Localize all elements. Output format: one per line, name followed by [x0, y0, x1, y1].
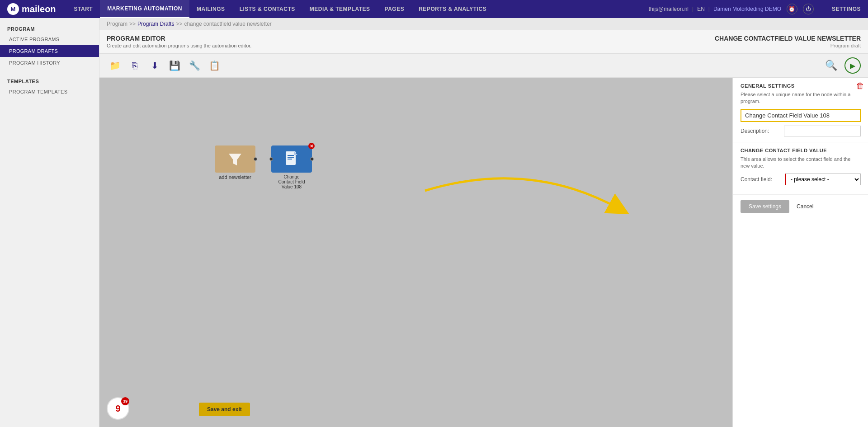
bottom-bar: Save and exit	[199, 403, 250, 416]
change-contact-title: CHANGE CONTACT FIELD VALUE	[741, 148, 861, 153]
chat-icon: 9	[115, 404, 120, 414]
yellow-arrow-annotation	[99, 78, 732, 258]
svg-rect-5	[288, 157, 294, 158]
save-button[interactable]: 💾	[166, 57, 183, 74]
node-change-label: ChangeContact FieldValue 108	[278, 174, 305, 189]
node-name-input[interactable]	[741, 109, 861, 122]
power-icon[interactable]: ⏻	[803, 4, 814, 14]
user-email: thijs@maileon.nl	[649, 6, 689, 12]
editor-title: PROGRAM EDITOR	[107, 35, 251, 42]
change-contact-desc: This area allows to select the contact f…	[741, 156, 861, 170]
description-label: Description:	[741, 128, 781, 134]
sidebar-item-program-drafts[interactable]: PROGRAM DRAFTS	[0, 45, 99, 57]
nav-start[interactable]: START	[67, 0, 100, 18]
contact-field-label: Contact field:	[741, 176, 781, 183]
wrench-button[interactable]: 🔧	[186, 57, 203, 74]
logo[interactable]: M maileon	[7, 3, 56, 15]
nav-right: thijs@maileon.nl | EN | Damen Motorkledi…	[649, 4, 861, 14]
nav-media-templates[interactable]: MEDIA & TEMPLATES	[302, 0, 377, 18]
svg-rect-6	[288, 159, 292, 160]
svg-marker-2	[229, 154, 241, 165]
node-newsletter-box[interactable]	[215, 145, 255, 173]
cancel-button[interactable]: Cancel	[793, 200, 817, 213]
account-link[interactable]: Damen Motorkleding DEMO	[713, 6, 781, 12]
node-right-dot	[254, 157, 257, 161]
settings-nav[interactable]: SETTINGS	[832, 6, 861, 12]
editor-header-left: PROGRAM EDITOR Create and edit automatio…	[107, 35, 251, 48]
contact-field-select[interactable]: - please select -	[785, 174, 861, 185]
node-newsletter-label: add newsletter	[219, 174, 251, 180]
download-button[interactable]: ⬇	[146, 57, 163, 74]
save-and-exit-button[interactable]: Save and exit	[199, 403, 250, 416]
node-change-box[interactable]: ✕	[271, 145, 312, 173]
connector-svg	[99, 78, 732, 427]
clock-icon[interactable]: ⏰	[787, 4, 797, 14]
breadcrumb: Program >> Program Drafts >> change cont…	[99, 18, 868, 30]
play-button[interactable]: ▶	[844, 57, 861, 74]
funnel-icon	[227, 151, 243, 167]
sidebar-item-program-templates[interactable]: PROGRAM TEMPLATES	[0, 86, 99, 98]
lang-switch[interactable]: EN	[697, 6, 705, 12]
node-left-dot	[269, 157, 273, 161]
node-close-button[interactable]: ✕	[308, 143, 315, 149]
content-area: Program >> Program Drafts >> change cont…	[99, 18, 868, 427]
copy-button[interactable]: ⎘	[127, 57, 143, 74]
nav-reports-analytics[interactable]: REPORTS & ANALYTICS	[411, 0, 494, 18]
svg-rect-4	[288, 155, 294, 156]
sidebar: PROGRAM ACTIVE PROGRAMS PROGRAM DRAFTS P…	[0, 18, 99, 427]
breadcrumb-drafts[interactable]: Program Drafts	[137, 21, 174, 27]
logo-icon: M	[7, 3, 19, 15]
editor-header: PROGRAM EDITOR Create and edit automatio…	[99, 30, 868, 54]
node-change-contact[interactable]: ✕ ChangeContact FieldValue 108	[271, 145, 312, 189]
toolbar: 📁 ⎘ ⬇ 💾 🔧 📋 🔍 ▶	[99, 54, 868, 78]
panel-change-contact: CHANGE CONTACT FIELD VALUE This area all…	[733, 142, 868, 195]
panel-delete-button[interactable]: 🗑	[856, 81, 864, 91]
main-layout: PROGRAM ACTIVE PROGRAMS PROGRAM DRAFTS P…	[0, 18, 868, 427]
sidebar-section-program: PROGRAM	[0, 22, 99, 33]
sidebar-item-active-programs[interactable]: ACTIVE PROGRAMS	[0, 33, 99, 45]
save-settings-button[interactable]: Save settings	[741, 200, 789, 213]
search-icon[interactable]: 🔍	[825, 60, 837, 71]
chat-badge: 39	[121, 397, 129, 405]
contact-field-row: Contact field: - please select -	[741, 174, 861, 185]
checklist-button[interactable]: 📋	[206, 57, 222, 74]
canvas-panel-container: add newsletter ✕	[99, 78, 868, 427]
general-settings-title: GENERAL SETTINGS	[741, 83, 861, 89]
general-settings-desc: Please select a unique name for the node…	[741, 91, 861, 105]
panel-actions: Save settings Cancel	[733, 195, 868, 218]
canvas[interactable]: add newsletter ✕	[99, 78, 732, 427]
nav-pages[interactable]: PAGES	[377, 0, 412, 18]
chat-widget[interactable]: 9 39	[107, 397, 129, 420]
nav-items: START MARKETING AUTOMATION MAILINGS LIST…	[67, 0, 649, 18]
nav-marketing-automation[interactable]: MARKETING AUTOMATION	[100, 0, 189, 18]
sidebar-item-program-history[interactable]: PROGRAM HISTORY	[0, 57, 99, 69]
program-name: CHANGE CONTACTFIELD VALUE NEWSLETTER	[715, 35, 861, 42]
description-input[interactable]	[784, 126, 861, 136]
document-icon	[284, 150, 299, 168]
right-panel: 🗑 GENERAL SETTINGS Please select a uniqu…	[732, 78, 868, 427]
panel-general-settings: GENERAL SETTINGS Please select a unique …	[733, 78, 868, 142]
sidebar-section-templates: TEMPLATES	[0, 74, 99, 86]
nav-lists-contacts[interactable]: LISTS & CONTACTS	[232, 0, 302, 18]
open-folder-button[interactable]: 📁	[107, 57, 123, 74]
editor-header-right: CHANGE CONTACTFIELD VALUE NEWSLETTER Pro…	[715, 35, 861, 49]
top-nav: M maileon START MARKETING AUTOMATION MAI…	[0, 0, 868, 18]
svg-marker-7	[294, 151, 297, 155]
breadcrumb-program: Program	[107, 21, 127, 27]
logo-text: maileon	[22, 4, 56, 14]
breadcrumb-current: change contactfield value newsletter	[184, 21, 271, 27]
node-right-dot-change	[310, 157, 314, 161]
program-type: Program draft	[830, 43, 861, 48]
nav-mailings[interactable]: MAILINGS	[189, 0, 232, 18]
editor-desc: Create and edit automation programs usin…	[107, 43, 251, 48]
node-newsletter[interactable]: add newsletter	[215, 145, 255, 180]
